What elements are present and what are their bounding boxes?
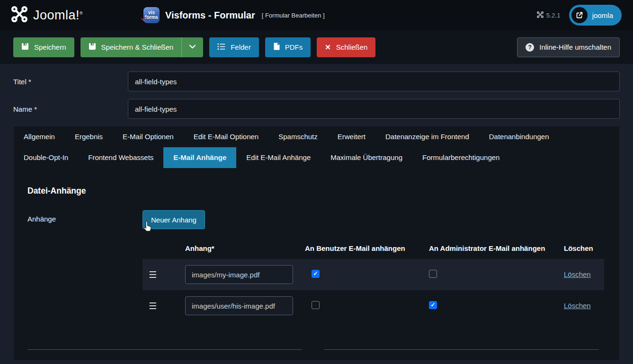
external-link-icon [571, 7, 588, 23]
tab-email-optionen[interactable]: E-Mail Optionen [113, 126, 184, 147]
tab-edit-email-optionen[interactable]: Edit E-Mail Optionen [184, 126, 269, 147]
account-menu-button[interactable]: joomla [569, 5, 622, 26]
save-close-button[interactable]: Speichern & Schließen [80, 37, 182, 57]
question-icon: ? [526, 43, 534, 52]
delete-attachment-link-1[interactable]: Löschen [564, 270, 591, 278]
tab-panel: Allgemein Ergebnis E-Mail Optionen Edit … [14, 126, 619, 360]
brand-wordmark: Joomla!® [33, 8, 83, 23]
save-icon [21, 43, 29, 52]
save-close-split-button: Speichern & Schließen [80, 37, 204, 57]
section-heading: Datei-Anhänge [27, 186, 606, 196]
save-dropdown-toggle[interactable] [181, 37, 203, 57]
top-bar: Joomla!® vis forms Visforms - Formular [… [0, 0, 633, 30]
tab-bar: Allgemein Ergebnis E-Mail Optionen Edit … [14, 126, 619, 168]
tab-datenanzeige-frontend[interactable]: Datenanzeige im Frontend [375, 126, 479, 147]
page-title: vis forms Visforms - Formular [ Formular… [143, 0, 325, 30]
delete-attachment-link-2[interactable]: Löschen [564, 302, 591, 310]
tab-erweitert[interactable]: Erweitert [328, 126, 375, 147]
email-attachments-panel: Datei-Anhänge Anhänge Neuer Anhang Anhan… [14, 168, 619, 360]
version-text: 5.2.1 [546, 12, 561, 19]
attachments-table: Anhang* An Benutzer E-Mail anhängen An A… [143, 240, 604, 321]
title-input[interactable] [128, 71, 620, 91]
close-icon: ✕ [325, 43, 331, 52]
name-label: Name * [13, 105, 128, 113]
name-input[interactable] [128, 99, 620, 119]
inline-help-toggle-button[interactable]: ? Inline-Hilfe umschalten [517, 37, 620, 57]
col-header-admin-email: An Administrator E-Mail anhängen [424, 240, 559, 259]
tab-allgemein[interactable]: Allgemein [14, 126, 65, 147]
fields-button[interactable]: Felder [209, 37, 259, 57]
chevron-down-icon [189, 44, 196, 51]
tab-edit-email-anhaenge[interactable]: Edit E-Mail Anhänge [236, 147, 321, 168]
attachment-path-input-2[interactable] [185, 296, 293, 315]
close-button[interactable]: ✕ Schließen [317, 37, 375, 57]
tab-formularberechtigungen[interactable]: Formularberechtigungen [412, 147, 509, 168]
page-title-text: Visforms - Formular [165, 10, 255, 21]
admin-email-checkbox-1[interactable] [429, 270, 437, 278]
visforms-icon: vis forms [143, 7, 160, 23]
new-attachment-button[interactable]: Neuer Anhang [143, 210, 205, 229]
attachments-label: Anhänge [27, 210, 143, 321]
joomla-mini-icon [537, 11, 544, 19]
form-header-fields: Titel * Name * [0, 64, 633, 119]
tab-email-anhaenge[interactable]: E-Mail Anhänge [163, 147, 236, 168]
joomla-logo-icon [11, 6, 27, 24]
admin-email-checkbox-2[interactable] [429, 301, 437, 309]
tab-ergebnis[interactable]: Ergebnis [65, 126, 113, 147]
user-email-checkbox-2[interactable] [312, 301, 320, 309]
toolbar: Speichern Speichern & Schließen [0, 30, 633, 64]
col-header-attachment: Anhang* [185, 240, 305, 259]
section-divider-left [27, 349, 302, 350]
attachment-path-input-1[interactable] [185, 265, 293, 284]
attachments-table-header-row: Anhang* An Benutzer E-Mail anhängen An A… [143, 240, 604, 259]
col-header-delete: Löschen [559, 240, 604, 259]
pdfs-button[interactable]: PDFs [265, 37, 311, 57]
joomla-version: 5.2.1 [537, 11, 561, 19]
tab-datenanbindungen[interactable]: Datenanbindungen [479, 126, 559, 147]
file-icon [273, 43, 280, 52]
account-label: joomla [592, 11, 613, 19]
list-icon [217, 43, 225, 52]
save-button[interactable]: Speichern [13, 37, 74, 57]
user-email-checkbox-1[interactable] [312, 270, 320, 278]
col-header-user-email: An Benutzer E-Mail anhängen [305, 240, 424, 259]
tab-spamschutz[interactable]: Spamschutz [268, 126, 328, 147]
tab-double-opt-in[interactable]: Double-Opt-In [14, 147, 78, 168]
joomla-brand[interactable]: Joomla!® [11, 6, 83, 24]
save-icon [89, 43, 96, 52]
title-label: Titel * [13, 78, 128, 86]
tab-frontend-webassets[interactable]: Frontend Webassets [78, 147, 163, 168]
section-divider-right [324, 349, 599, 350]
tab-maximale-uebertragung[interactable]: Maximale Übertragung [321, 147, 412, 168]
drag-handle-icon[interactable]: ☰ [143, 301, 157, 311]
page-subtitle-text: [ Formular Bearbeiten ] [262, 12, 325, 19]
drag-handle-icon[interactable]: ☰ [143, 269, 157, 280]
attachment-row-2: ☰ Löschen [143, 290, 604, 321]
attachment-row-1: ☰ Löschen [143, 259, 604, 290]
